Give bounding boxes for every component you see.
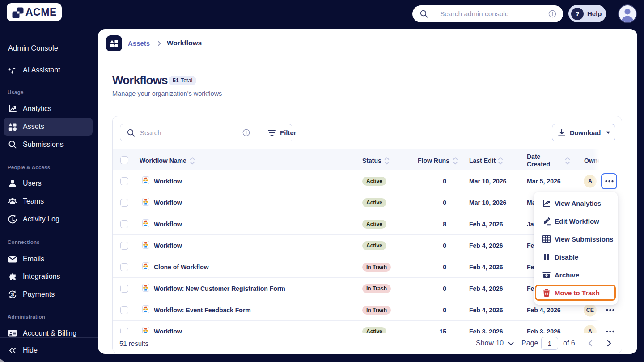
svg-text:$: $ — [11, 292, 14, 297]
